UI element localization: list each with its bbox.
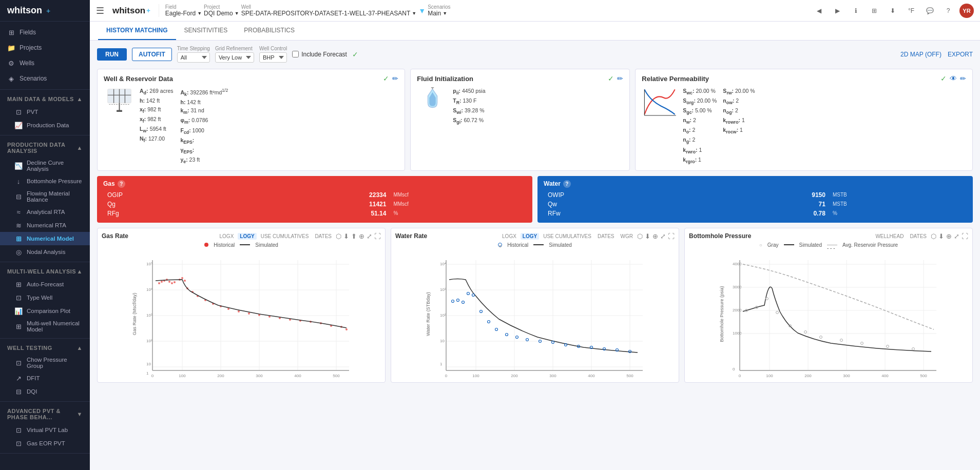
sidebar-item-numerical-rta[interactable]: ≋ Numerical RTA [0, 219, 90, 232]
grid-refinement-select[interactable]: Very Low [215, 52, 254, 63]
svg-text:100: 100 [179, 374, 186, 378]
multi-well-label: Multi-Well Analysis [7, 268, 76, 275]
relperm-view-icon[interactable]: 👁 [950, 74, 957, 83]
sidebar-item-type-well[interactable]: ⊡ Type Well [0, 291, 90, 304]
bh-dates-btn[interactable]: DATES [908, 233, 929, 240]
water-rate-zoom-icon[interactable]: ⊕ [652, 232, 658, 240]
tab-sensitivities[interactable]: SENSITIVITIES [176, 22, 236, 40]
gas-rate-download-icon[interactable]: ⬇ [343, 232, 349, 240]
project-value[interactable]: DQI Demo ▼ [204, 10, 239, 17]
map-button[interactable]: 2D MAP (OFF) [900, 51, 941, 58]
sidebar-item-fields[interactable]: ⊞ Fields [0, 25, 90, 40]
autofit-button[interactable]: AUTOFIT [132, 48, 172, 61]
gas-rate-upload-icon[interactable]: ⬆ [351, 232, 357, 240]
well-control-select[interactable]: BHP [259, 52, 287, 63]
tab-probabilistics[interactable]: PROBABILISTICS [236, 22, 303, 40]
sidebar-item-numerical-model[interactable]: ⊞ Numerical Model [0, 232, 90, 245]
water-rate-fullscreen-icon[interactable]: ⛶ [668, 232, 675, 240]
download-btn[interactable]: ⬇ [886, 4, 900, 18]
sidebar-item-nodal-analysis[interactable]: ◎ Nodal Analysis [0, 245, 90, 259]
sidebar-item-gas-eor[interactable]: ⊡ Gas EOR PVT [0, 437, 90, 450]
gas-rate-fullscreen-icon[interactable]: ⛶ [374, 232, 381, 240]
fluid-edit-icon[interactable]: ✏ [617, 74, 623, 83]
bh-wellhead-btn[interactable]: WELLHEAD [873, 233, 906, 240]
field-value[interactable]: Eagle-Ford ▼ [165, 10, 202, 17]
well-reservoir-actions: ✓ ✏ [383, 74, 398, 83]
scenarios-value[interactable]: Main ▼ [428, 10, 450, 17]
include-forecast-checkbox-label[interactable]: Include Forecast [292, 51, 347, 58]
water-rate-download-icon[interactable]: ⬇ [645, 232, 650, 240]
production-analysis-header[interactable]: Production Data Analysis ▲ [0, 139, 90, 157]
grid-view-btn[interactable]: ⊞ [867, 4, 881, 18]
svg-point-88 [467, 292, 470, 295]
well-testing-header[interactable]: Well Testing ▲ [0, 342, 90, 354]
export-button[interactable]: EXPORT [948, 51, 973, 58]
include-forecast-checkbox[interactable] [292, 51, 299, 57]
sidebar-item-multi-well-numerical[interactable]: ⊞ Multi-well Numerical Model [0, 318, 90, 335]
sidebar-item-comparison-plot[interactable]: 📊 Comparison Plot [0, 304, 90, 318]
water-qw-label: Qw [545, 200, 695, 208]
bh-expand-icon[interactable]: ⤢ [954, 232, 959, 240]
water-rate-share-icon[interactable]: ⬡ [637, 232, 643, 240]
water-owip-row: OWIP 9150 MSTB [545, 191, 966, 199]
gas-rate-logy-btn[interactable]: LOGY [238, 233, 256, 240]
gas-rate-cumulatives-btn[interactable]: USE CUMULATIVES [259, 233, 311, 240]
temperature-btn[interactable]: °F [904, 4, 918, 18]
sidebar-item-flowing-material[interactable]: ⊟ Flowing Material Balance [0, 188, 90, 205]
water-rate-logy-btn[interactable]: LOGY [521, 233, 539, 240]
gas-rate-chart-area: Gas Rate (Mscf/day) 10⁵ 10⁴ 10³ 10² 10 1 [102, 250, 381, 378]
info-btn[interactable]: ℹ [849, 4, 863, 18]
filter-icon[interactable]: ▼ [418, 7, 426, 15]
time-stepping-select[interactable]: All [177, 52, 210, 63]
sidebar-item-chow[interactable]: ⊡ Chow Pressure Group [0, 354, 90, 371]
dqi-icon: ⊟ [14, 387, 23, 396]
multi-well-header[interactable]: Multi-Well Analysis ▲ [0, 265, 90, 278]
bh-fullscreen-icon[interactable]: ⛶ [962, 232, 968, 240]
gas-rate-share-icon[interactable]: ⬡ [336, 232, 341, 240]
svg-point-49 [248, 312, 250, 315]
sidebar-item-dfit[interactable]: ↗ DFIT [0, 371, 90, 385]
run-button[interactable]: RUN [97, 48, 127, 61]
sidebar-item-analytical-rta[interactable]: ≈ Analytical RTA [0, 205, 90, 219]
well-value[interactable]: SPE-DATA-REPOSITORY-DATASET-1-WELL-37-PH… [241, 10, 417, 17]
sidebar-item-projects[interactable]: 📁 Projects [0, 40, 90, 55]
well-reservoir-params: Ad: 269 acres h: 142 ft xf: 982 ft xf: 9… [140, 87, 228, 165]
advanced-pvt-header[interactable]: Advanced PVT & Phase Beha... ▼ [0, 405, 90, 423]
sidebar-item-decline-curve[interactable]: 📉 Decline Curve Analysis [0, 157, 90, 174]
sidebar-item-wells[interactable]: ⚙ Wells [0, 55, 90, 71]
user-avatar[interactable]: YR [959, 4, 974, 18]
multi-well-num-icon: ⊞ [14, 322, 23, 330]
nav-forward-btn[interactable]: ▶ [830, 4, 844, 18]
gas-rate-expand-icon[interactable]: ⤢ [367, 232, 372, 240]
sidebar-item-scenarios[interactable]: ◈ Scenarios [0, 71, 90, 86]
bh-share-icon[interactable]: ⬡ [931, 232, 936, 240]
sidebar-item-auto-forecast[interactable]: ⊞ Auto-Forecast [0, 278, 90, 291]
bh-download-icon[interactable]: ⬇ [938, 232, 944, 240]
nav-back-btn[interactable]: ◀ [812, 4, 826, 18]
sidebar-item-bottomhole[interactable]: ↓ Bottomhole Pressure [0, 174, 90, 188]
sidebar-item-dqi[interactable]: ⊟ DQI [0, 385, 90, 398]
svg-point-36 [171, 282, 173, 284]
sidebar-item-production-data[interactable]: 📈 Production Data [0, 119, 90, 132]
tab-history-matching[interactable]: HISTORY MATCHING [98, 22, 176, 40]
main-data-header[interactable]: Main Data & Models ▲ [0, 93, 90, 105]
sidebar-item-virtual-pvt[interactable]: ⊡ Virtual PVT Lab [0, 423, 90, 437]
water-info-icon[interactable]: ? [563, 180, 571, 188]
help-btn[interactable]: ? [941, 4, 955, 18]
gas-info-icon[interactable]: ? [118, 180, 125, 188]
water-rate-dates-btn[interactable]: DATES [595, 233, 617, 240]
message-btn[interactable]: 💬 [923, 4, 937, 18]
well-reservoir-edit-icon[interactable]: ✏ [392, 74, 398, 83]
water-rate-cumulatives-btn[interactable]: USE CUMULATIVES [541, 233, 593, 240]
gas-rate-logx-btn[interactable]: LOGX [218, 233, 236, 240]
water-rate-wgr-btn[interactable]: WGR [619, 233, 635, 240]
hamburger-icon[interactable]: ☰ [96, 5, 104, 16]
water-rate-expand-icon[interactable]: ⤢ [660, 232, 666, 240]
bh-zoom-icon[interactable]: ⊕ [946, 232, 952, 240]
relperm-edit-icon[interactable]: ✏ [960, 74, 966, 83]
gas-rate-dates-btn[interactable]: DATES [313, 233, 334, 240]
sidebar-item-pvt[interactable]: ⊡ PVT [0, 105, 90, 119]
gas-rate-zoom-icon[interactable]: ⊕ [359, 232, 364, 240]
param-nog: nog: 2 [723, 106, 755, 116]
water-rate-logx-btn[interactable]: LOGX [500, 233, 518, 240]
